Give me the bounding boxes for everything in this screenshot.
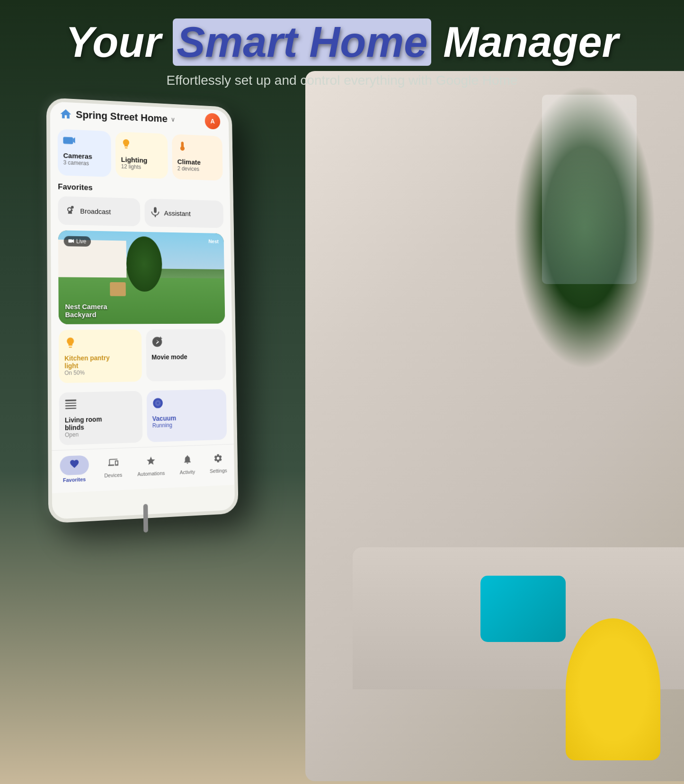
lighting-sub: 12 lights — [121, 163, 163, 171]
phone-mount — [143, 504, 148, 533]
svg-rect-6 — [65, 402, 76, 404]
favorite-assistant[interactable]: Assistant — [144, 198, 223, 228]
bottom-nav: Favorites Devices — [52, 444, 234, 493]
home-icon — [59, 107, 72, 121]
phone-screen: Spring Street Home ∨ A Cameras 3 cameras — [50, 101, 235, 493]
svg-marker-4 — [72, 239, 74, 243]
devices-nav-label: Devices — [104, 472, 122, 479]
settings-nav-icon — [213, 453, 223, 466]
broadcast-label: Broadcast — [80, 207, 111, 215]
broadcast-icon — [64, 204, 76, 217]
svg-rect-3 — [68, 239, 72, 242]
settings-nav-label: Settings — [210, 468, 227, 474]
camera-live-view[interactable]: Live Nest Nest Camera Backyard — [58, 230, 225, 324]
cameras-sub: 3 cameras — [63, 159, 106, 167]
device-card-movie-mode[interactable]: Movie mode — [146, 329, 226, 382]
svg-rect-7 — [65, 405, 76, 407]
nav-item-favorites[interactable]: Favorites — [60, 455, 89, 483]
devices-row-1: Kitchen pantrylight On 50% Movie mode — [51, 329, 233, 388]
vacuum-icon — [152, 396, 221, 412]
devices-row-2: Living roomblinds Open Vacuum Running — [52, 389, 234, 445]
svg-rect-8 — [65, 408, 76, 409]
kitchen-light-status: On 50% — [64, 369, 136, 376]
home-chevron-icon[interactable]: ∨ — [171, 116, 175, 123]
camera-location: Backyard — [65, 311, 97, 319]
climate-icon — [177, 141, 217, 156]
svg-rect-5 — [65, 400, 76, 401]
activity-nav-label: Activity — [180, 469, 195, 475]
favorites-row: Broadcast Assistant — [51, 196, 231, 233]
phone-frame-wrapper: Spring Street Home ∨ A Cameras 3 cameras — [46, 98, 239, 524]
category-card-cameras[interactable]: Cameras 3 cameras — [58, 129, 112, 177]
flowers-decoration — [566, 618, 660, 760]
movie-mode-name: Movie mode — [151, 353, 221, 361]
nest-badge: Nest — [208, 239, 219, 244]
categories-row: Cameras 3 cameras Lighting 12 lights — [50, 129, 230, 187]
phone-frame: Spring Street Home ∨ A Cameras 3 cameras — [46, 98, 239, 524]
title-highlight: Smart Home — [173, 18, 431, 66]
blinds-name: Living roomblinds — [65, 414, 137, 431]
page-header: Your Smart Home Manager Effortlessly set… — [0, 0, 684, 102]
title-part2: Manager — [431, 18, 618, 66]
live-badge: Live — [64, 236, 91, 247]
activity-nav-icon — [182, 454, 192, 467]
kitchen-light-icon — [64, 336, 136, 352]
camera-name-label: Nest Camera Backyard — [65, 303, 107, 319]
svg-marker-1 — [73, 137, 75, 143]
window-light — [542, 95, 637, 284]
favorites-nav-icon — [69, 458, 80, 472]
climate-sub: 2 devices — [178, 165, 218, 173]
doghouse — [110, 282, 126, 296]
nav-item-devices[interactable]: Devices — [104, 457, 122, 479]
favorites-nav-label: Favorites — [63, 476, 86, 483]
movie-mode-icon — [151, 335, 221, 350]
device-card-vacuum[interactable]: Vacuum Running — [147, 389, 227, 442]
kitchen-light-name: Kitchen pantrylight — [64, 354, 136, 370]
cameras-icon — [63, 136, 106, 150]
devices-nav-icon — [108, 457, 118, 471]
nav-item-automations[interactable]: Automations — [137, 455, 165, 477]
automations-nav-label: Automations — [137, 470, 165, 477]
title-part1: Your — [66, 18, 173, 66]
automations-nav-icon — [146, 455, 156, 469]
vacuum-status: Running — [152, 420, 222, 429]
live-label: Live — [76, 238, 86, 245]
pillow-decoration — [480, 576, 566, 642]
lighting-icon — [121, 138, 162, 153]
device-card-blinds[interactable]: Living roomblinds Open — [59, 391, 143, 445]
camera-name: Nest Camera — [65, 303, 107, 311]
svg-rect-0 — [63, 137, 73, 144]
page-subtitle: Effortlessly set up and control everythi… — [38, 73, 646, 88]
category-card-lighting[interactable]: Lighting 12 lights — [115, 132, 168, 179]
nav-item-settings[interactable]: Settings — [210, 453, 227, 474]
nav-item-activity[interactable]: Activity — [179, 454, 195, 475]
assistant-label: Assistant — [164, 209, 190, 218]
main-title: Your Smart Home Manager — [38, 19, 646, 66]
blinds-icon — [65, 398, 137, 414]
home-title-area: Spring Street Home ∨ — [59, 107, 175, 126]
device-card-kitchen-light[interactable]: Kitchen pantrylight On 50% — [59, 330, 142, 383]
favorite-broadcast[interactable]: Broadcast — [58, 196, 140, 226]
assistant-icon — [151, 206, 160, 219]
home-name-label[interactable]: Spring Street Home — [76, 109, 168, 125]
category-card-climate[interactable]: Climate 2 devices — [172, 134, 223, 181]
user-avatar[interactable]: A — [205, 113, 221, 129]
